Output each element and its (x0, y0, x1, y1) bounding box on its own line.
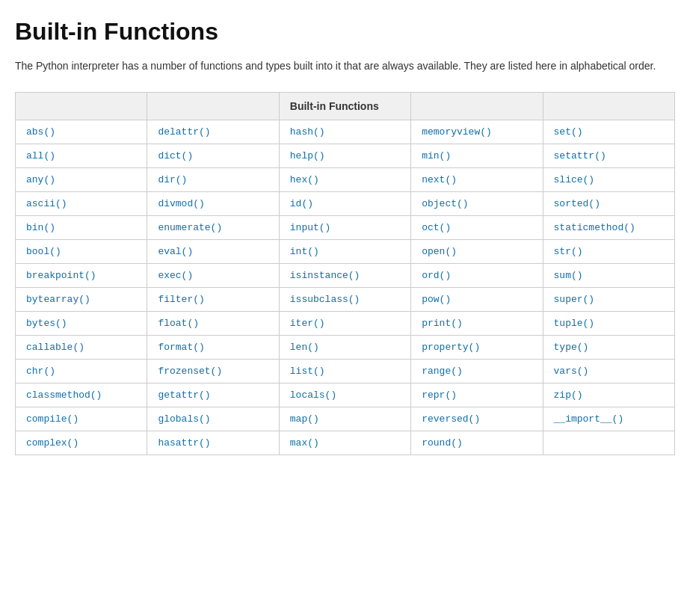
table-row: callable()format()len()property()type() (16, 336, 675, 360)
cell-r2-c0: any() (16, 168, 147, 192)
builtin-functions-table: Built-in Functions abs()delattr()hash()m… (15, 92, 675, 455)
cell-r7-c4: super() (543, 288, 674, 312)
cell-r4-c4: staticmethod() (543, 216, 674, 240)
table-row: compile()globals()map()reversed()__impor… (16, 407, 675, 431)
table-row: any()dir()hex()next()slice() (16, 168, 675, 192)
cell-r5-c4: str() (543, 240, 674, 264)
cell-r7-c3: pow() (411, 288, 543, 312)
header-col5 (543, 93, 674, 120)
cell-r13-c4 (543, 431, 674, 455)
cell-r3-c3: object() (411, 192, 543, 216)
cell-r0-c4: set() (543, 120, 674, 144)
cell-r11-c1: getattr() (147, 384, 279, 407)
cell-r2-c4: slice() (543, 168, 674, 192)
cell-r3-c2: id() (279, 192, 410, 216)
cell-r0-c1: delattr() (147, 120, 279, 144)
cell-r5-c1: eval() (147, 240, 279, 264)
cell-r13-c0: complex() (16, 431, 147, 455)
cell-r13-c1: hasattr() (147, 431, 279, 455)
cell-r12-c2: map() (279, 407, 410, 431)
cell-r3-c0: ascii() (16, 192, 147, 216)
header-col3: Built-in Functions (279, 93, 410, 120)
table-row: classmethod()getattr()locals()repr()zip(… (16, 384, 675, 407)
cell-r10-c1: frozenset() (147, 360, 279, 384)
cell-r10-c3: range() (411, 360, 543, 384)
table-row: bin()enumerate()input()oct()staticmethod… (16, 216, 675, 240)
cell-r4-c0: bin() (16, 216, 147, 240)
cell-r6-c0: breakpoint() (16, 264, 147, 288)
cell-r9-c1: format() (147, 336, 279, 360)
cell-r6-c2: isinstance() (279, 264, 410, 288)
table-row: complex()hasattr()max()round() (16, 431, 675, 455)
cell-r10-c4: vars() (543, 360, 674, 384)
cell-r12-c4: __import__() (543, 407, 674, 431)
cell-r3-c4: sorted() (543, 192, 674, 216)
cell-r12-c0: compile() (16, 407, 147, 431)
table-header-row: Built-in Functions (16, 93, 675, 120)
cell-r7-c2: issubclass() (279, 288, 410, 312)
cell-r7-c0: bytearray() (16, 288, 147, 312)
cell-r13-c3: round() (411, 431, 543, 455)
cell-r2-c1: dir() (147, 168, 279, 192)
cell-r9-c4: type() (543, 336, 674, 360)
table-row: ascii()divmod()id()object()sorted() (16, 192, 675, 216)
cell-r10-c0: chr() (16, 360, 147, 384)
cell-r0-c0: abs() (16, 120, 147, 144)
cell-r12-c3: reversed() (411, 407, 543, 431)
header-col1 (16, 93, 147, 120)
cell-r5-c3: open() (411, 240, 543, 264)
cell-r2-c2: hex() (279, 168, 410, 192)
cell-r8-c3: print() (411, 312, 543, 336)
cell-r13-c2: max() (279, 431, 410, 455)
cell-r11-c3: repr() (411, 384, 543, 407)
table-row: abs()delattr()hash()memoryview()set() (16, 120, 675, 144)
table-row: bytearray()filter()issubclass()pow()supe… (16, 288, 675, 312)
cell-r10-c2: list() (279, 360, 410, 384)
cell-r6-c3: ord() (411, 264, 543, 288)
cell-r8-c0: bytes() (16, 312, 147, 336)
cell-r7-c1: filter() (147, 288, 279, 312)
cell-r11-c0: classmethod() (16, 384, 147, 407)
cell-r8-c1: float() (147, 312, 279, 336)
cell-r1-c1: dict() (147, 144, 279, 168)
cell-r9-c0: callable() (16, 336, 147, 360)
intro-text: The Python interpreter has a number of f… (15, 58, 673, 74)
table-row: breakpoint()exec()isinstance()ord()sum() (16, 264, 675, 288)
table-row: bytes()float()iter()print()tuple() (16, 312, 675, 336)
table-row: chr()frozenset()list()range()vars() (16, 360, 675, 384)
cell-r5-c2: int() (279, 240, 410, 264)
cell-r9-c3: property() (411, 336, 543, 360)
cell-r1-c3: min() (411, 144, 543, 168)
cell-r6-c4: sum() (543, 264, 674, 288)
cell-r8-c2: iter() (279, 312, 410, 336)
header-col4 (411, 93, 543, 120)
cell-r5-c0: bool() (16, 240, 147, 264)
cell-r6-c1: exec() (147, 264, 279, 288)
cell-r8-c4: tuple() (543, 312, 674, 336)
cell-r12-c1: globals() (147, 407, 279, 431)
cell-r1-c0: all() (16, 144, 147, 168)
cell-r0-c3: memoryview() (411, 120, 543, 144)
cell-r9-c2: len() (279, 336, 410, 360)
table-row: all()dict()help()min()setattr() (16, 144, 675, 168)
cell-r0-c2: hash() (279, 120, 410, 144)
cell-r11-c4: zip() (543, 384, 674, 407)
cell-r4-c3: oct() (411, 216, 543, 240)
cell-r4-c1: enumerate() (147, 216, 279, 240)
cell-r3-c1: divmod() (147, 192, 279, 216)
cell-r1-c4: setattr() (543, 144, 674, 168)
cell-r11-c2: locals() (279, 384, 410, 407)
cell-r2-c3: next() (411, 168, 543, 192)
cell-r1-c2: help() (279, 144, 410, 168)
page-title: Built-in Functions (15, 18, 675, 46)
table-row: bool()eval()int()open()str() (16, 240, 675, 264)
cell-r4-c2: input() (279, 216, 410, 240)
header-col2 (147, 93, 279, 120)
